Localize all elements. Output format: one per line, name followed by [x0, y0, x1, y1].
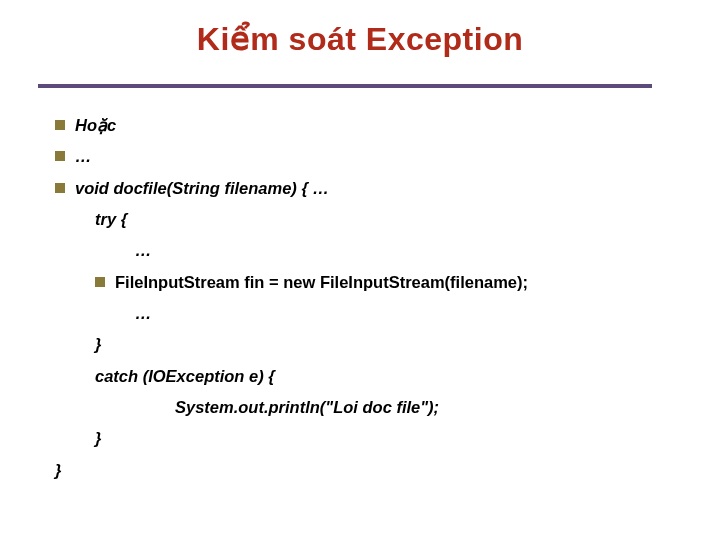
text: … — [135, 241, 152, 259]
text: System.out.println("Loi doc file"); — [175, 398, 439, 416]
text: } — [55, 461, 61, 479]
text: void docfile(String filename) { … — [75, 179, 329, 197]
text: } — [95, 335, 101, 353]
code-line: try { — [55, 204, 675, 235]
title-underline — [38, 84, 652, 88]
code-line: void docfile(String filename) { … — [55, 173, 675, 204]
text: FileInputStream fin = new FileInputStrea… — [115, 273, 528, 291]
text: catch (IOException e) { — [95, 367, 275, 385]
text: try { — [95, 210, 127, 228]
bullet-marker-icon — [55, 183, 65, 193]
code-line: FileInputStream fin = new FileInputStrea… — [55, 267, 675, 298]
code-line: … — [55, 235, 675, 266]
text: … — [75, 147, 92, 165]
code-line: … — [55, 141, 675, 172]
code-line: Hoặc — [55, 110, 675, 141]
code-line: } — [55, 455, 675, 486]
code-line: System.out.println("Loi doc file"); — [55, 392, 675, 423]
code-line: } — [55, 329, 675, 360]
text: Hoặc — [75, 116, 116, 134]
code-line: catch (IOException e) { — [55, 361, 675, 392]
bullet-marker-icon — [95, 277, 105, 287]
bullet-marker-icon — [55, 120, 65, 130]
slide-title: Kiểm soát Exception — [0, 20, 720, 58]
text: … — [135, 304, 152, 322]
text: } — [95, 429, 101, 447]
code-line: … — [55, 298, 675, 329]
bullet-marker-icon — [55, 151, 65, 161]
slide: Kiểm soát Exception Hoặc … void docfile(… — [0, 0, 720, 540]
code-line: } — [55, 423, 675, 454]
slide-body: Hoặc … void docfile(String filename) { …… — [55, 110, 675, 486]
